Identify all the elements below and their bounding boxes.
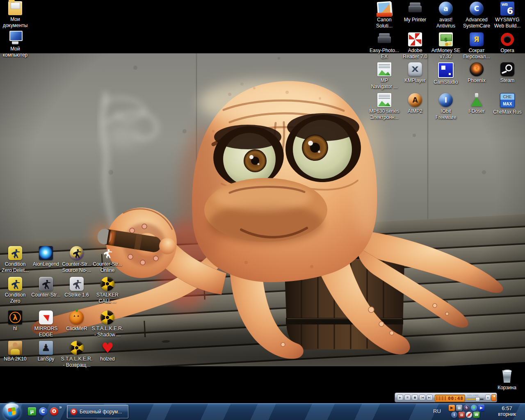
icon-stalker-shadow-label: S.T.A.L.K.E.R.- Shadow ... <box>89 326 126 338</box>
tray-avast-paused[interactable]: a <box>466 412 472 418</box>
icon-opera-label: Opera <box>488 48 525 54</box>
icon-aionlegend-image <box>39 246 53 260</box>
icon-chemax-rus-label: CheMax Rus <box>488 109 525 115</box>
icon-hl-image: λ <box>8 310 22 324</box>
icon-counter-strike-image <box>39 277 53 291</box>
tray-aimp[interactable]: ▶ <box>449 405 455 411</box>
icon-steam-label: Steam <box>488 78 525 84</box>
mini-player-next[interactable]: ▶| <box>427 395 433 400</box>
taskbar-window-button[interactable]: O Бешеный форум... <box>67 405 128 418</box>
volume-slider-thumb[interactable] <box>475 397 480 402</box>
icon-stalker-call[interactable]: STALKERCALL ... <box>89 277 126 304</box>
icon-opera[interactable]: Opera <box>488 32 525 54</box>
tray-download-glyph: ▼ <box>472 406 475 410</box>
icon-lanspy-image: ♟ <box>39 341 53 355</box>
icon-phoenix-image <box>470 62 484 76</box>
mini-player-close-button[interactable] <box>491 394 496 401</box>
icon-advanced-systemcare-image: C <box>470 2 484 16</box>
mini-player: ▶II■|◀▶| 00:48 VOLUME ▲ <box>395 393 497 402</box>
icon-avast-antivirus-image: a <box>439 2 453 16</box>
quicklaunch-utorrent[interactable]: µ <box>28 407 36 415</box>
language-indicator[interactable]: RU <box>433 408 441 414</box>
icon-cs-online[interactable]: Counter-Str...Online <box>89 246 126 274</box>
eject-button[interactable]: ▲ <box>485 395 491 400</box>
tray-daemon-tools[interactable]: ϟ <box>463 405 470 411</box>
icon-iobit-freeware-image: I <box>439 93 453 107</box>
mini-player-prev[interactable]: |◀ <box>419 395 425 400</box>
desktop-icons: МоидокументыМойкомпьютерCanonSoluti...My… <box>0 0 525 404</box>
icon-my-documents[interactable]: Моидокументы <box>0 1 34 29</box>
icon-canon-solution-image <box>377 1 392 16</box>
mini-player-stop[interactable]: ■ <box>412 395 418 400</box>
icon-cs-online-image <box>100 246 114 260</box>
mini-player-display: 00:48 <box>435 395 465 402</box>
tray-avast-paused-glyph: a <box>468 413 470 417</box>
tray-kmplayer-glyph: ▶ <box>480 406 483 410</box>
mini-player-play[interactable]: ▶ <box>397 395 403 400</box>
tray-download[interactable]: ▼ <box>471 405 477 411</box>
tray-info-glyph: i <box>454 413 455 417</box>
icon-stalker-call-image <box>100 277 114 291</box>
taskbar: µCO » O Бешеный форум... RU ▶▦ϟ▼▶ i▦a☎ 6… <box>0 403 525 420</box>
icon-wysiwyg-web-builder-glyph: 6 <box>507 7 513 16</box>
quicklaunch-opera[interactable]: O <box>50 407 58 415</box>
taskbar-clock[interactable]: 6:57 вторник <box>491 405 523 418</box>
tray-phone-glyph: ☎ <box>474 413 479 417</box>
desktop: МоидокументыМойкомпьютерCanonSoluti...My… <box>0 0 525 420</box>
icon-easy-photoprint-ex-image <box>377 32 391 46</box>
icon-nba-2k10-image <box>8 341 22 355</box>
quicklaunch-systemcare-glyph: C <box>41 409 45 414</box>
icon-wysiwyg-web-builder[interactable]: 6WYSIWYGWeb Build... <box>488 2 525 29</box>
icon-stalker-shadow[interactable]: S.T.A.L.K.E.R.- Shadow ... <box>89 310 126 338</box>
tray-network-glyph: ▦ <box>457 406 461 410</box>
icon-avast-antivirus-glyph: a <box>443 5 448 12</box>
tray-monitor[interactable]: ▦ <box>459 412 465 418</box>
icon-chemax-rus-image <box>500 93 515 108</box>
icon-holzed-image: ♥ <box>100 341 114 355</box>
icon-chemax-rus[interactable]: CheMax Rus <box>488 93 525 115</box>
icon-lanspy-glyph: ♟ <box>41 343 50 353</box>
mini-player-time: 00:48 <box>448 396 463 401</box>
mini-player-pause[interactable]: II <box>404 395 411 400</box>
icon-my-documents-label: Моидокументы <box>0 16 34 29</box>
icon-stalker-return-image <box>70 341 84 355</box>
icon-recycle-bin[interactable]: Корзина <box>488 370 525 391</box>
icon-artmoney-se-glyph: $ <box>444 37 447 42</box>
icon-my-computer-label: Мойкомпьютер <box>0 46 34 58</box>
opera-icon: O <box>71 409 77 415</box>
icon-my-computer-image <box>8 31 22 45</box>
start-button[interactable] <box>3 402 21 420</box>
quicklaunch-overflow-chevron[interactable]: » <box>59 404 62 410</box>
icon-aimp2-image: A <box>408 93 422 107</box>
quicklaunch-utorrent-glyph: µ <box>30 409 34 414</box>
icon-condition-zero-image <box>8 277 22 291</box>
tray-info[interactable]: i <box>451 412 457 418</box>
icon-my-documents-image <box>8 1 22 15</box>
icon-recycle-bin-label: Корзина <box>488 385 525 391</box>
icon-holzed[interactable]: ♥holzed <box>89 341 126 362</box>
icon-sokrat-image: Я <box>470 32 484 46</box>
icon-stalker-call-label: STALKERCALL ... <box>89 292 126 304</box>
tray-kmplayer[interactable]: ▶ <box>478 405 484 411</box>
icon-holzed-label: holzed <box>89 356 126 362</box>
icon-cs-source-no-image <box>70 246 84 260</box>
icon-steam-image <box>500 62 514 76</box>
icon-kmplayer-glyph: X <box>411 66 418 73</box>
icon-wysiwyg-web-builder-image: 6 <box>500 2 514 16</box>
tray-network[interactable]: ▦ <box>456 405 462 411</box>
icon-kmplayer-image: X <box>408 62 422 76</box>
icon-cstrike-16-image <box>70 277 84 291</box>
tray-phone[interactable]: ☎ <box>473 412 479 418</box>
icon-artmoney-se-image: $ <box>439 32 453 46</box>
icon-cs-online-label: Counter-Str...Online <box>89 261 126 274</box>
icon-mp-navigator-image <box>377 62 391 76</box>
icon-mirrors-edge-glyph: ◥ <box>42 313 50 322</box>
icon-condition-zero-deleted-image <box>8 246 22 260</box>
icon-recycle-bin-image <box>500 370 514 383</box>
quicklaunch-systemcare[interactable]: C <box>39 407 47 415</box>
spectrum-bars <box>436 396 446 400</box>
icon-steam[interactable]: Steam <box>488 62 525 84</box>
volume-slider-track[interactable] <box>466 399 484 400</box>
icon-wysiwyg-web-builder-label: WYSIWYGWeb Build... <box>488 17 525 29</box>
icon-my-computer[interactable]: Мойкомпьютер <box>0 31 34 58</box>
